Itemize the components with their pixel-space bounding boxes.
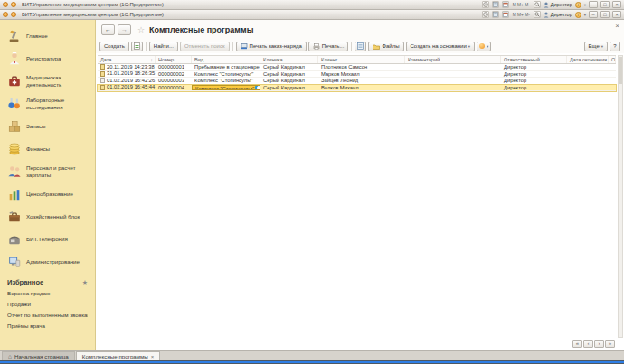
minimize-button[interactable]: –	[589, 11, 598, 18]
info-caret-icon[interactable]: ▾	[584, 13, 586, 17]
calculator-icon[interactable]	[492, 11, 499, 18]
sidebar-item-lab[interactable]: Лабораторные исследования	[0, 92, 95, 115]
column-header-kind[interactable]: Вид	[192, 56, 260, 63]
maximize-button[interactable]: □	[600, 11, 610, 18]
search-icon[interactable]	[534, 11, 541, 18]
tab-complex-programs[interactable]: Комплексные программы ×	[76, 351, 160, 360]
sidebar-item-label: Ценообразование	[26, 191, 73, 197]
table-row[interactable]: 20.11.2019 14:23:38 000000001 Пребывание…	[98, 64, 616, 71]
sidebar-item-main[interactable]: Главное	[0, 24, 95, 47]
history-icon[interactable]	[482, 11, 489, 18]
files-button[interactable]: Файлы	[368, 42, 403, 51]
tab-close-icon[interactable]: ×	[151, 354, 155, 359]
sidebar-item-medical-activity[interactable]: Медицинская деятельность	[0, 70, 95, 92]
sidebar-item-label: Регистратура	[26, 55, 61, 61]
cancel-search-button[interactable]: Отменить поиск	[180, 42, 230, 51]
history-icon[interactable]	[482, 1, 489, 8]
table-row-selected[interactable]: 01.02.2019 16:45:44 000000004 Комплекс "…	[98, 85, 616, 92]
column-header-client[interactable]: Клиент	[318, 56, 405, 63]
calendar-icon[interactable]	[502, 11, 509, 18]
sidebar-item-pricing[interactable]: Ценообразование	[0, 182, 95, 205]
column-header-responsible[interactable]: Ответственный	[501, 56, 567, 63]
form-header: ← → ☆ Комплексные программы ×	[96, 20, 624, 40]
bit-actions-button[interactable]: ▾	[477, 42, 491, 51]
close-button[interactable]: ×	[612, 11, 621, 18]
main-menu-icon[interactable]	[3, 12, 8, 17]
sidebar-item-label: Администрирование	[26, 258, 80, 265]
vertical-scrollbar[interactable]	[618, 55, 623, 338]
create-based-on-button[interactable]: Создать на основании▾	[406, 42, 476, 51]
pager-next-button[interactable]: ›	[594, 340, 604, 348]
minimize-button[interactable]: –	[589, 1, 598, 8]
copy-icon	[134, 42, 140, 50]
print-button[interactable]: Печать...	[308, 42, 349, 51]
favorite-link-calls-report[interactable]: Отчет по выполненным звонкам	[7, 312, 88, 318]
pager-prev-button[interactable]: ‹	[583, 340, 593, 348]
sidebar-item-registry[interactable]: Регистратура	[0, 47, 95, 70]
column-header-number[interactable]: Номер	[156, 56, 192, 63]
medical-bag-icon	[7, 74, 22, 89]
find-button[interactable]: Найти...	[149, 42, 178, 51]
report-button[interactable]	[355, 42, 366, 51]
column-header-clinic[interactable]: Клиника	[260, 56, 318, 63]
maximize-button[interactable]: □	[600, 1, 610, 8]
help-button[interactable]: ?	[610, 42, 620, 51]
info-icon[interactable]: i	[575, 12, 581, 18]
print-order-button[interactable]: Печать заказ-наряда	[236, 42, 307, 51]
more-button[interactable]: Еще▾	[584, 42, 608, 51]
column-header-end-date[interactable]: Дата окончания действия	[567, 56, 609, 63]
current-user[interactable]: Директор	[544, 12, 572, 18]
current-user[interactable]: Директор	[544, 2, 572, 8]
favorite-link-doctor-appointments[interactable]: Приёмы врача	[7, 322, 88, 329]
nurse-icon	[7, 51, 22, 66]
sidebar-item-telephony[interactable]: БИТ.Телефония	[0, 228, 95, 250]
search-icon[interactable]	[534, 1, 541, 8]
microscope-icon	[7, 29, 22, 43]
main-menu-icon[interactable]	[3, 2, 8, 7]
favorite-link-sales-funnel[interactable]: Воронка продаж	[7, 290, 88, 296]
info-caret-icon[interactable]: ▾	[584, 3, 586, 7]
files-icon	[373, 43, 380, 50]
sidebar-item-personnel[interactable]: Персонал и расчет зарплаты	[0, 160, 95, 182]
table-row[interactable]: 31.01.2019 18:26:35 000000002 Комплекс "…	[98, 71, 616, 79]
calendar-icon[interactable]	[502, 1, 509, 8]
document-unposted-icon	[100, 78, 105, 83]
sidebar-item-facilities[interactable]: Хозяйственный блок	[0, 205, 95, 228]
sidebar-item-finance[interactable]: Финансы	[0, 137, 95, 160]
star-icon[interactable]: ★	[82, 279, 88, 286]
favorite-star-icon[interactable]: ☆	[137, 25, 145, 34]
copy-button[interactable]	[131, 42, 143, 51]
sidebar-item-label: Главное	[26, 33, 48, 39]
calc-memory-buttons[interactable]: М М+ М-	[512, 3, 531, 7]
tab-home[interactable]: ⌂ Начальная страница	[2, 351, 75, 360]
sidebar-item-stock[interactable]: Запасы	[0, 115, 95, 137]
scrollbar-thumb[interactable]	[619, 57, 622, 84]
calc-memory-buttons[interactable]: М М+ М-	[512, 13, 531, 17]
bit-orange-icon	[479, 43, 485, 49]
pager-last-button[interactable]: »	[605, 340, 615, 348]
column-header-stopped[interactable]: Остановлен	[609, 56, 616, 63]
forward-button[interactable]: →	[118, 24, 131, 35]
form-close-icon[interactable]: ×	[615, 23, 619, 30]
info-icon[interactable]: i	[575, 2, 581, 8]
computer-icon	[7, 255, 22, 269]
favorite-link-sales[interactable]: Продажи	[7, 301, 88, 307]
app-icon	[11, 12, 16, 17]
pager-first-button[interactable]: «	[572, 340, 582, 348]
create-button[interactable]: Создать	[99, 42, 129, 51]
calculator-icon[interactable]	[492, 1, 499, 8]
column-header-date[interactable]: Дата↓	[98, 56, 156, 63]
document-icon	[100, 64, 105, 70]
people-icon	[7, 164, 22, 179]
favorites-header: Избранное	[7, 278, 43, 286]
close-button[interactable]: ×	[612, 1, 621, 8]
selected-cell[interactable]: Комплекс "Стопинсульт"	[192, 85, 260, 91]
column-header-comment[interactable]: Комментарий	[405, 56, 501, 63]
report-icon	[357, 42, 364, 50]
table-row[interactable]: 01.02.2019 16:42:26 000000003 Комплекс "…	[98, 78, 616, 85]
titlebar-back: БИТ.Управление медицинским центром (1С:П…	[0, 0, 624, 10]
chevron-down-icon: ▾	[487, 44, 488, 49]
sidebar-item-administration[interactable]: Администрирование	[0, 250, 95, 273]
back-button[interactable]: ←	[101, 24, 115, 35]
sidebar-item-label: Медицинская деятельность	[26, 74, 91, 87]
